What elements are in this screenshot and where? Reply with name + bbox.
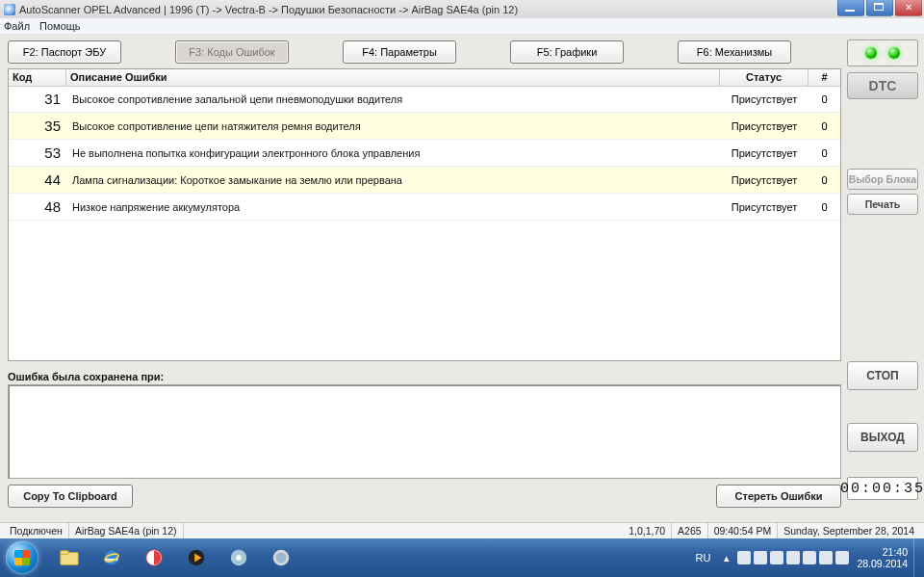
windows-taskbar: RU ▴ 21:40 28.09.2014 [0, 538, 924, 577]
cell-status: Присутствует [720, 120, 808, 132]
col-count[interactable]: # [808, 69, 840, 86]
cell-count: 0 [808, 120, 840, 132]
f4-params-button[interactable]: F4: Параметры [343, 40, 456, 64]
table-row[interactable]: 35Высокое сопротивление цепи натяжителя … [9, 113, 840, 140]
window-titlebar: AutoScanner OPEL Advanced | 1996 (T) -> … [0, 0, 924, 19]
cell-desc: Лампа сигнализации: Короткое замыкание н… [66, 174, 720, 186]
saved-at-label: Ошибка была сохранена при: [8, 371, 841, 382]
svg-rect-1 [61, 551, 68, 555]
show-desktop-button[interactable] [913, 538, 924, 577]
session-timer: 00:00:35 [847, 477, 918, 500]
f2-passport-button[interactable]: F2: Паспорт ЭБУ [8, 40, 121, 64]
menu-file[interactable]: Файл [4, 20, 30, 32]
copy-clipboard-button[interactable]: Copy To Clipboard [8, 485, 133, 508]
status-date: Sunday, September 28, 2014 [778, 523, 920, 538]
exit-button[interactable]: ВЫХОД [847, 423, 918, 452]
cell-code: 44 [9, 171, 66, 188]
menubar: Файл Помощь [0, 18, 924, 35]
cell-status: Присутствует [720, 201, 808, 213]
function-toolbar: F2: Паспорт ЭБУ F3: Коды Ошибок F4: Пара… [8, 39, 841, 65]
taskbar-item-autoscanner[interactable] [262, 542, 300, 573]
table-row[interactable]: 53Не выполнена попытка конфигурации элек… [9, 140, 840, 167]
taskbar-item-explorer[interactable] [50, 542, 89, 573]
cell-desc: Высокое сопротивление цепи натяжителя ре… [66, 120, 720, 132]
led-1 [865, 47, 877, 59]
tray-clock-date: 28.09.2014 [857, 558, 908, 569]
tray-icon[interactable] [770, 551, 783, 564]
svg-point-10 [276, 553, 287, 564]
table-row[interactable]: 44Лампа сигнализации: Короткое замыкание… [9, 167, 840, 194]
window-minimize-button[interactable] [837, 0, 864, 16]
dtc-table: Код Описание Ошибки Статус # 31Высокое с… [8, 68, 841, 361]
status-ecu: AirBag SAE4a (pin 12) [69, 523, 184, 538]
cell-desc: Низкое напряжение аккумулятора [66, 201, 720, 213]
tray-icon[interactable] [737, 551, 751, 564]
tray-icon[interactable] [835, 551, 849, 564]
f5-graphs-button[interactable]: F5: Графики [510, 40, 624, 64]
statusbar: Подключен AirBag SAE4a (pin 12) 1,0,1,70… [0, 522, 924, 538]
cell-code: 35 [9, 118, 66, 134]
freeze-frame-details[interactable] [8, 384, 841, 479]
menu-help[interactable]: Помощь [39, 20, 81, 32]
input-language[interactable]: RU [696, 552, 711, 564]
cell-code: 31 [9, 91, 66, 107]
cell-count: 0 [808, 201, 840, 213]
taskbar-item-ie[interactable] [92, 542, 131, 573]
tray-clock-time: 21:40 [857, 546, 908, 558]
tray-icon[interactable] [819, 551, 833, 564]
cell-status: Присутствует [720, 174, 808, 186]
status-time: 09:40:54 PM [708, 523, 779, 538]
cell-code: 48 [9, 198, 66, 215]
stop-button[interactable]: СТОП [847, 361, 918, 390]
app-icon [4, 4, 15, 15]
led-2 [888, 47, 900, 59]
taskbar-item-app1[interactable] [219, 542, 258, 573]
cell-count: 0 [808, 147, 840, 159]
status-version: 1,0,1,70 [623, 523, 672, 538]
cell-desc: Не выполнена попытка конфигурации электр… [66, 147, 720, 159]
col-status[interactable]: Статус [720, 69, 808, 86]
cell-count: 0 [808, 93, 840, 105]
cell-status: Присутствует [720, 147, 808, 159]
cell-count: 0 [808, 174, 840, 186]
system-tray[interactable]: RU ▴ 21:40 28.09.2014 [690, 546, 913, 569]
window-title: AutoScanner OPEL Advanced | 1996 (T) -> … [19, 4, 924, 15]
taskbar-item-player[interactable] [177, 542, 216, 573]
tray-icon[interactable] [803, 551, 816, 564]
dtc-indicator: DTC [847, 72, 918, 99]
connection-leds [847, 39, 918, 66]
table-row[interactable]: 48Низкое напряжение аккумулятораПрисутст… [9, 194, 840, 221]
window-close-button[interactable]: ✕ [895, 0, 922, 16]
print-button[interactable]: Печать [847, 194, 918, 215]
tray-clock[interactable]: 21:40 28.09.2014 [857, 546, 908, 569]
taskbar-item-browser[interactable] [135, 542, 173, 573]
cell-status: Присутствует [720, 93, 808, 105]
tray-icon[interactable] [754, 551, 767, 564]
f3-codes-button[interactable]: F3: Коды Ошибок [175, 40, 289, 64]
status-a: A265 [672, 523, 708, 538]
col-code[interactable]: Код [9, 69, 66, 86]
clear-errors-button[interactable]: Стереть Ошибки [716, 485, 841, 508]
col-desc[interactable]: Описание Ошибки [66, 69, 720, 86]
cell-desc: Высокое сопротивление запальной цепи пне… [66, 93, 720, 105]
table-row[interactable]: 31Высокое сопротивление запальной цепи п… [9, 86, 840, 113]
tray-icon[interactable] [786, 551, 800, 564]
status-connection: Подключен [4, 523, 69, 538]
start-button[interactable] [0, 538, 48, 577]
f6-mechanisms-button[interactable]: F6: Механизмы [678, 40, 791, 64]
window-maximize-button[interactable] [866, 0, 893, 16]
select-block-button[interactable]: Выбор Блока [847, 169, 918, 190]
cell-code: 53 [9, 144, 66, 161]
svg-point-8 [236, 555, 242, 561]
